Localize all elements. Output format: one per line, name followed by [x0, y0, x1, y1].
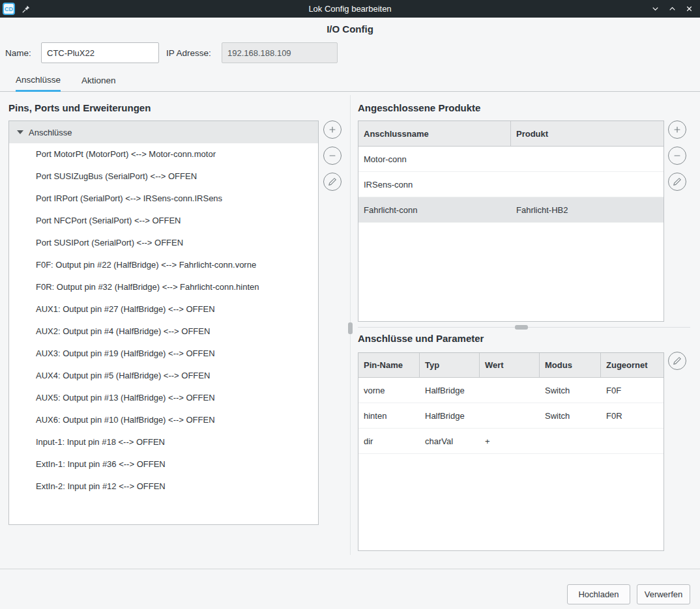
- cell-produkt: Fahrlicht-HB2: [511, 205, 664, 215]
- discard-button[interactable]: Verwerfen: [637, 584, 690, 604]
- cell-modus: Switch: [540, 411, 601, 421]
- footer-divider: [0, 569, 700, 569]
- app-icon[interactable]: CD: [3, 3, 15, 15]
- cell-pin-name: hinten: [358, 411, 420, 421]
- cell-anschlussname: Motor-conn: [358, 154, 511, 164]
- products-table-header: Anschlussname Produkt: [358, 121, 664, 147]
- table-row[interactable]: Motor-conn: [358, 147, 664, 172]
- column-header-typ[interactable]: Typ: [420, 353, 480, 377]
- column-header-produkt[interactable]: Produkt: [511, 121, 664, 146]
- add-pin-button[interactable]: [323, 120, 342, 139]
- minus-icon: [673, 151, 682, 160]
- vertical-splitter-handle[interactable]: [348, 322, 353, 334]
- tree-item[interactable]: F0F: Output pin #22 (HalfBridge) <--> Fa…: [9, 254, 318, 276]
- tree-item[interactable]: AUX4: Output pin #5 (HalfBridge) <--> OF…: [9, 365, 318, 387]
- params-table: Pin-Name Typ Wert Modus Zugeornet vorne …: [358, 352, 664, 551]
- table-row-selected[interactable]: Fahrlicht-conn Fahrlicht-HB2: [358, 197, 664, 223]
- pins-ports-heading: Pins, Ports und Erweiterungen: [8, 102, 151, 113]
- tree-item[interactable]: AUX3: Output pin #19 (HalfBridge) <--> O…: [9, 343, 318, 365]
- edit-product-button[interactable]: [668, 173, 686, 191]
- tab-bar: Anschlüsse Aktionen: [0, 70, 700, 92]
- tree-item[interactable]: AUX5: Output pin #13 (HalfBridge) <--> O…: [9, 387, 318, 409]
- cell-typ: HalfBridge: [420, 411, 480, 421]
- column-header-zugeordnet[interactable]: Zugeornet: [601, 353, 664, 377]
- name-input[interactable]: [41, 42, 159, 63]
- tree-item[interactable]: Port IRPort (SerialPort) <--> IRSens-con…: [9, 188, 318, 210]
- params-heading: Anschlüsse und Parameter: [358, 333, 484, 344]
- column-header-pin-name[interactable]: Pin-Name: [358, 353, 420, 377]
- window-controls: [649, 3, 695, 15]
- add-product-button[interactable]: [668, 120, 686, 139]
- ip-address-input: [222, 42, 338, 63]
- tree-item[interactable]: AUX1: Output pin #27 (HalfBridge) <--> O…: [9, 298, 318, 320]
- cell-zugeordnet: F0R: [601, 411, 664, 421]
- collapse-triangle-icon: [17, 130, 23, 134]
- table-row[interactable]: dir charVal +: [358, 429, 664, 454]
- tree-item[interactable]: Port SUSIPort (SerialPort) <--> OFFEN: [9, 232, 318, 254]
- tree-item[interactable]: F0R: Output pin #32 (HalfBridge) <--> Fa…: [9, 276, 318, 298]
- cell-anschlussname: IRSens-conn: [358, 180, 511, 190]
- close-icon[interactable]: [683, 3, 695, 15]
- minus-icon: [328, 151, 337, 160]
- table-row[interactable]: IRSens-conn: [358, 172, 664, 197]
- window-title: Lok Config bearbeiten: [0, 4, 700, 14]
- tree-item[interactable]: ExtIn-2: Input pin #12 <--> OFFEN: [9, 475, 318, 498]
- cell-zugeordnet: F0F: [601, 386, 664, 395]
- pencil-icon: [673, 356, 682, 365]
- table-row[interactable]: vorne HalfBridge Switch F0F: [358, 378, 664, 403]
- plus-icon: [328, 125, 337, 134]
- pins-tree: Anschlüsse Port MotorPt (MotorPort) <-->…: [8, 120, 319, 525]
- tree-root-anschluesse[interactable]: Anschlüsse: [9, 121, 318, 143]
- edit-parameter-button[interactable]: [668, 352, 686, 370]
- page-title: I/O Config: [0, 23, 700, 35]
- tree-item[interactable]: AUX2: Output pin #4 (HalfBridge) <--> OF…: [9, 320, 318, 343]
- params-table-header: Pin-Name Typ Wert Modus Zugeornet: [358, 353, 664, 378]
- tab-aktionen[interactable]: Aktionen: [81, 69, 116, 92]
- pin-icon[interactable]: [20, 3, 32, 15]
- tree-item[interactable]: Input-1: Input pin #18 <--> OFFEN: [9, 431, 318, 453]
- tab-anschluesse[interactable]: Anschlüsse: [16, 69, 61, 92]
- column-header-modus[interactable]: Modus: [540, 353, 601, 377]
- tree-item[interactable]: Port MotorPt (MotorPort) <--> Motor-conn…: [9, 143, 318, 165]
- tree-item[interactable]: AUX6: Output pin #10 (HalfBridge) <--> O…: [9, 409, 318, 431]
- tree-item[interactable]: Port SUSIZugBus (SerialPort) <--> OFFEN: [9, 165, 318, 188]
- name-label: Name:: [5, 48, 31, 58]
- tree-item[interactable]: Port NFCPort (SerialPort) <--> OFFEN: [9, 210, 318, 232]
- table-row[interactable]: hinten HalfBridge Switch F0R: [358, 403, 664, 429]
- cell-pin-name: vorne: [358, 386, 420, 395]
- upload-button[interactable]: Hochladen: [567, 584, 630, 604]
- titlebar: CD Lok Config bearbeiten: [0, 0, 700, 18]
- remove-product-button[interactable]: [668, 147, 686, 165]
- products-heading: Angeschlossene Produkte: [358, 102, 480, 113]
- plus-icon: [673, 125, 682, 134]
- edit-pin-button[interactable]: [323, 173, 342, 191]
- cell-typ: charVal: [420, 436, 480, 446]
- pencil-icon: [328, 177, 337, 186]
- column-header-wert[interactable]: Wert: [480, 353, 540, 377]
- column-header-anschlussname[interactable]: Anschlussname: [358, 121, 511, 146]
- minimize-icon[interactable]: [649, 3, 661, 15]
- maximize-icon[interactable]: [666, 3, 678, 15]
- ip-address-label: IP Adresse:: [166, 48, 211, 58]
- app-window: CD Lok Config bearbeiten I/O Config Name…: [0, 0, 700, 609]
- cell-modus: Switch: [540, 386, 601, 395]
- remove-pin-button[interactable]: [323, 147, 342, 165]
- horizontal-splitter-handle[interactable]: [515, 325, 528, 330]
- cell-anschlussname: Fahrlicht-conn: [358, 205, 511, 215]
- pencil-icon: [673, 177, 682, 186]
- cell-typ: HalfBridge: [420, 386, 480, 395]
- cell-wert: +: [480, 436, 540, 446]
- tree-root-label: Anschlüsse: [29, 128, 72, 137]
- products-table: Anschlussname Produkt Motor-conn IRSens-…: [358, 120, 664, 322]
- tree-item[interactable]: ExtIn-1: Input pin #36 <--> OFFEN: [9, 453, 318, 475]
- cell-pin-name: dir: [358, 436, 420, 446]
